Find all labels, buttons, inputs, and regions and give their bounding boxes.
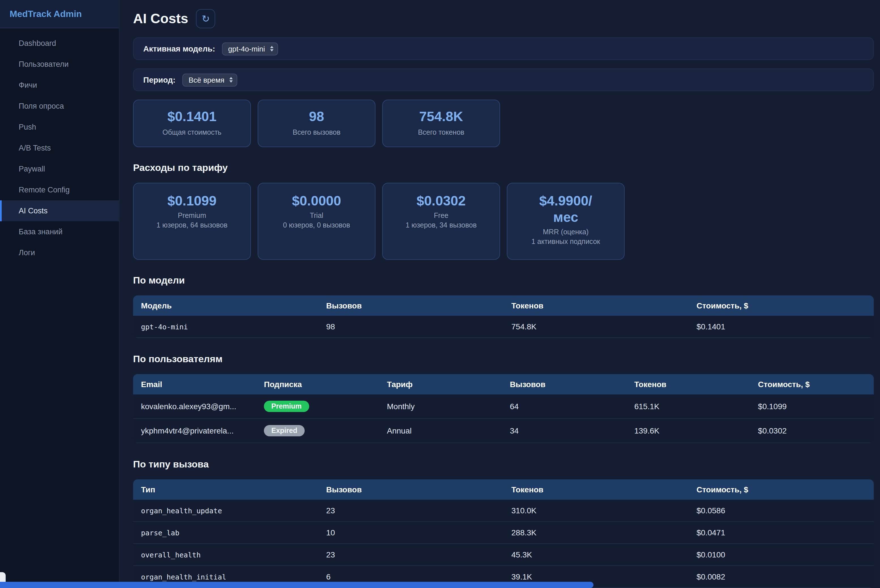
- page-header: AI Costs ↻: [133, 9, 874, 28]
- email-cell: kovalenko.alexey93@gm...: [133, 394, 256, 418]
- tokens-cell: 310.0K: [504, 500, 689, 522]
- premium-card-label: Premium 1 юзеров, 64 вызовов: [156, 211, 228, 231]
- tariff-card-mrr: $4.9900/мес MRR (оценка) 1 активных подп…: [507, 183, 624, 260]
- column-header: Вызовов: [318, 296, 504, 316]
- total-tokens-label: Всего токенов: [418, 128, 464, 138]
- users-table-header-row: Email Подписка Тариф Вызовов Токенов Сто…: [133, 374, 874, 394]
- table-row: parse_lab 10 288.3K $0.0471: [133, 522, 874, 544]
- sidebar-item-survey-fields[interactable]: Поля опроса: [0, 96, 119, 117]
- model-table-title: По модели: [133, 275, 874, 286]
- total-calls-value: 98: [309, 109, 324, 125]
- cost-cell: $0.0471: [689, 522, 874, 544]
- column-header: Токенов: [504, 296, 689, 316]
- plan-cell: Annual: [379, 418, 502, 443]
- calls-cell: 98: [318, 316, 504, 338]
- sidebar-item-ab-tests[interactable]: A/B Tests: [0, 138, 119, 159]
- app-root: MedTrack Admin Dashboard Пользователи Фи…: [0, 0, 880, 588]
- premium-cost-value: $0.1099: [167, 193, 217, 209]
- type-name-cell: parse_lab: [133, 522, 318, 544]
- model-select-value: gpt-4o-mini: [228, 44, 265, 53]
- mrr-card-label: MRR (оценка) 1 активных подписок: [531, 227, 600, 247]
- call-type-table: Тип Вызовов Токенов Стоимость, $ organ_h…: [133, 479, 874, 588]
- tariff-card-free: $0.0302 Free 1 юзеров, 34 вызовов: [382, 183, 500, 260]
- mrr-value: $4.9900/мес: [536, 193, 595, 225]
- tokens-cell: 139.6K: [626, 418, 750, 443]
- column-header: Вызовов: [318, 479, 504, 500]
- users-table-title: По пользователям: [133, 354, 874, 365]
- tokens-cell: 45.3K: [504, 544, 689, 566]
- sidebar-item-ai-costs[interactable]: AI Costs: [0, 200, 119, 221]
- sidebar-item-dashboard[interactable]: Dashboard: [0, 33, 119, 54]
- type-table-title: По типу вызова: [133, 459, 874, 470]
- chevron-up-down-icon: [230, 77, 233, 82]
- table-row: ykphm4vtr4@privaterela... Expired Annual…: [133, 418, 874, 443]
- sidebar-item-logs[interactable]: Логи: [0, 242, 119, 263]
- total-calls-label: Всего вызовов: [292, 128, 340, 138]
- model-table-header-row: Модель Вызовов Токенов Стоимость, $: [133, 296, 874, 316]
- cost-cell: $0.0302: [750, 418, 874, 443]
- sidebar-item-knowledge-base[interactable]: База знаний: [0, 221, 119, 242]
- column-header: Токенов: [504, 479, 689, 500]
- subscription-cell: Expired: [256, 418, 379, 443]
- sidebar-item-paywall[interactable]: Paywall: [0, 159, 119, 179]
- free-cost-value: $0.0302: [417, 193, 466, 209]
- main-content: AI Costs ↻ Активная модель: gpt-4o-mini …: [119, 0, 880, 588]
- column-header: Тариф: [379, 374, 502, 394]
- cost-cell: $0.0082: [689, 566, 874, 588]
- model-name-cell: gpt-4o-mini: [133, 316, 318, 338]
- tariff-cards: $0.1099 Premium 1 юзеров, 64 вызовов $0.…: [133, 183, 874, 260]
- calls-cell: 10: [318, 522, 504, 544]
- model-filter-label: Активная модель:: [143, 44, 215, 53]
- table-row: gpt-4o-mini 98 754.8K $0.1401: [133, 316, 874, 338]
- tokens-cell: 754.8K: [504, 316, 689, 338]
- total-calls-card: 98 Всего вызовов: [258, 100, 375, 147]
- column-header: Вызовов: [502, 374, 626, 394]
- sidebar-nav: Dashboard Пользователи Фичи Поля опроса …: [0, 28, 119, 263]
- total-tokens-value: 754.8K: [419, 109, 463, 125]
- sidebar-item-push[interactable]: Push: [0, 117, 119, 138]
- sidebar-item-features[interactable]: Фичи: [0, 75, 119, 96]
- column-header: Email: [133, 374, 256, 394]
- column-header: Стоимость, $: [689, 479, 874, 500]
- column-header: Стоимость, $: [750, 374, 874, 394]
- table-row: kovalenko.alexey93@gm... Premium Monthly…: [133, 394, 874, 418]
- type-name-cell: organ_health_update: [133, 500, 318, 522]
- cost-cell: $0.1099: [750, 394, 874, 418]
- trial-cost-value: $0.0000: [292, 193, 341, 209]
- trial-card-label: Trial 0 юзеров, 0 вызовов: [283, 211, 350, 231]
- type-name-cell: overall_health: [133, 544, 318, 566]
- tariff-card-premium: $0.1099 Premium 1 юзеров, 64 вызовов: [133, 183, 251, 260]
- cost-cell: $0.0586: [689, 500, 874, 522]
- tariff-card-trial: $0.0000 Trial 0 юзеров, 0 вызовов: [258, 183, 375, 260]
- total-cost-value: $0.1401: [167, 109, 217, 125]
- column-header: Токенов: [626, 374, 750, 394]
- column-header: Подписка: [256, 374, 379, 394]
- refresh-button[interactable]: ↻: [196, 9, 215, 28]
- tokens-cell: 288.3K: [504, 522, 689, 544]
- model-select[interactable]: gpt-4o-mini: [222, 42, 278, 55]
- sidebar-item-remote-config[interactable]: Remote Config: [0, 179, 119, 200]
- summary-cards: $0.1401 Общая стоимость 98 Всего вызовов…: [133, 100, 874, 147]
- tariff-section-title: Расходы по тарифу: [133, 162, 874, 174]
- tokens-cell: 615.1K: [626, 394, 750, 418]
- period-filter-label: Период:: [143, 75, 176, 84]
- column-header: Модель: [133, 296, 318, 316]
- total-cost-label: Общая стоимость: [162, 128, 221, 138]
- type-table-header-row: Тип Вызовов Токенов Стоимость, $: [133, 479, 874, 500]
- model-filter-bar: Активная модель: gpt-4o-mini: [133, 38, 874, 60]
- status-badge: Expired: [264, 425, 305, 436]
- period-select[interactable]: Всё время: [182, 73, 238, 86]
- app-title: MedTrack Admin: [0, 0, 119, 28]
- column-header: Стоимость, $: [689, 296, 874, 316]
- free-card-label: Free 1 юзеров, 34 вызовов: [406, 211, 477, 231]
- users-table: Email Подписка Тариф Вызовов Токенов Сто…: [133, 374, 874, 443]
- horizontal-scrollbar[interactable]: [0, 582, 593, 588]
- column-header: Тип: [133, 479, 318, 500]
- cost-cell: $0.0100: [689, 544, 874, 566]
- sidebar-item-users[interactable]: Пользователи: [0, 54, 119, 75]
- calls-cell: 23: [318, 544, 504, 566]
- page-title: AI Costs: [133, 11, 188, 27]
- calls-cell: 34: [502, 418, 626, 443]
- plan-cell: Monthly: [379, 394, 502, 418]
- cost-cell: $0.1401: [689, 316, 874, 338]
